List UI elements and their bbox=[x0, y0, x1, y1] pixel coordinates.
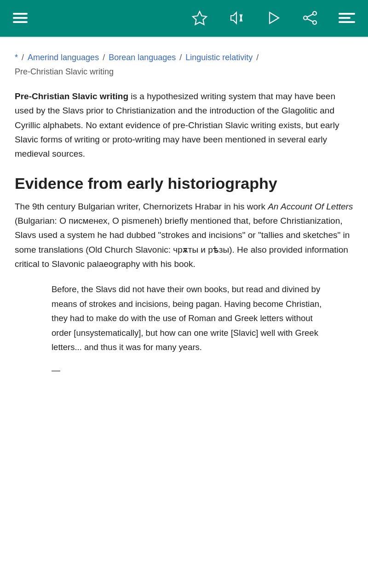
play-button[interactable] bbox=[261, 6, 285, 31]
svg-line-10 bbox=[307, 14, 313, 17]
mute-button[interactable] bbox=[224, 6, 248, 31]
more-button[interactable] bbox=[335, 6, 359, 31]
breadcrumb-sep-1: / bbox=[103, 51, 105, 64]
svg-rect-12 bbox=[339, 13, 355, 15]
section1-italic: An Account Of Letters bbox=[268, 202, 353, 211]
breadcrumb-sep-3: / bbox=[256, 51, 259, 64]
section1-body: The 9th century Bulgarian writer, Cherno… bbox=[15, 199, 353, 271]
blockquote-text: Before, the Slavs did not have their own… bbox=[52, 284, 322, 352]
star-button[interactable] bbox=[188, 6, 212, 31]
svg-rect-13 bbox=[339, 17, 351, 19]
share-button[interactable] bbox=[298, 6, 322, 31]
play-icon bbox=[265, 10, 282, 28]
article-title-bold: Pre-Christian Slavic writing bbox=[15, 91, 128, 101]
svg-point-7 bbox=[313, 11, 316, 15]
breadcrumb-item-1[interactable]: Borean languages bbox=[109, 51, 176, 64]
svg-rect-1 bbox=[13, 17, 28, 19]
toolbar bbox=[0, 0, 368, 37]
section1-text-after-italic: (Bulgarian: О писменех, О pismeneh) brie… bbox=[15, 216, 350, 269]
breadcrumb: * / Amerind languages / Borean languages… bbox=[15, 51, 353, 78]
svg-rect-0 bbox=[13, 13, 28, 15]
svg-marker-3 bbox=[193, 11, 207, 25]
svg-rect-2 bbox=[13, 21, 28, 23]
breadcrumb-item-2[interactable]: Linguistic relativity bbox=[185, 51, 253, 64]
svg-point-8 bbox=[304, 16, 307, 20]
hamburger-icon bbox=[13, 11, 28, 27]
article-content: Pre-Christian Slavic writing is a hypoth… bbox=[0, 85, 368, 394]
breadcrumb-area: * / Amerind languages / Borean languages… bbox=[0, 39, 368, 85]
blockquote-attribution: — bbox=[15, 365, 353, 375]
svg-marker-6 bbox=[270, 12, 279, 23]
breadcrumb-current: Pre-Christian Slavic writing bbox=[15, 66, 114, 78]
svg-rect-14 bbox=[339, 21, 355, 23]
toolbar-center bbox=[188, 6, 359, 31]
breadcrumb-sep-2: / bbox=[179, 51, 182, 64]
breadcrumb-sep-0: / bbox=[22, 51, 24, 64]
mute-icon bbox=[228, 10, 245, 28]
share-icon bbox=[302, 10, 318, 28]
hamburger-button[interactable] bbox=[9, 7, 31, 30]
article-intro: Pre-Christian Slavic writing is a hypoth… bbox=[15, 89, 353, 161]
toolbar-left bbox=[9, 7, 31, 30]
section1-text-before-italic: The 9th century Bulgarian writer, Cherno… bbox=[15, 202, 268, 211]
star-icon bbox=[191, 10, 208, 28]
section1-heading: Evidence from early historiography bbox=[15, 174, 353, 193]
svg-point-9 bbox=[313, 21, 316, 24]
breadcrumb-item-0[interactable]: Amerind languages bbox=[28, 51, 99, 64]
breadcrumb-root[interactable]: * bbox=[15, 51, 18, 64]
overflow-menu-icon bbox=[339, 10, 355, 28]
blockquote: Before, the Slavs did not have their own… bbox=[52, 282, 326, 354]
svg-line-11 bbox=[307, 19, 313, 22]
article-intro-text: is a hypothesized writing system that ma… bbox=[15, 91, 339, 158]
